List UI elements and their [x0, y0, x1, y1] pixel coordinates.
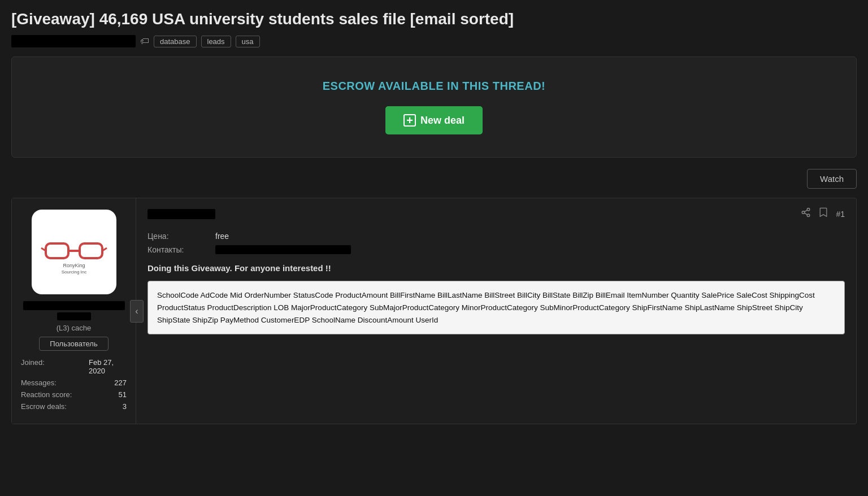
reaction-value: 51 [119, 390, 127, 399]
plus-icon: + [403, 114, 416, 127]
svg-text:RonyKing: RonyKing [63, 263, 85, 268]
new-deal-button[interactable]: + New deal [385, 106, 483, 134]
tags-icon: 🏷 [140, 36, 149, 46]
svg-line-10 [805, 214, 808, 215]
price-label: Цена: [147, 232, 215, 241]
author-username-redacted [11, 35, 136, 47]
avatar: RonyKing Sourcing Inc [32, 210, 116, 294]
tag-database[interactable]: database [154, 36, 197, 47]
post-content: #1 Цена: free Контакты: Doing this Givea… [136, 198, 856, 424]
sidebar-username-redacted [23, 301, 125, 310]
contacts-redacted [215, 245, 351, 254]
svg-point-8 [802, 211, 805, 214]
svg-point-9 [808, 214, 810, 217]
svg-text:Sourcing Inc: Sourcing Inc [61, 269, 86, 275]
escrow-banner: ESCROW AVAILABLE IN THIS THREAD! + New d… [11, 56, 857, 158]
price-row: Цена: free [147, 232, 845, 241]
stat-reaction: Reaction score: 51 [21, 389, 127, 401]
tag-leads[interactable]: leads [201, 36, 231, 47]
data-preview-box: SchoolCode AdCode Mid OrderNumber Status… [147, 281, 845, 334]
escrow-title: ESCROW AVAILABLE IN THIS THREAD! [23, 80, 845, 93]
joined-value: Feb 27, 2020 [89, 358, 127, 375]
watch-row: Watch [11, 169, 857, 189]
user-role-badge: Пользователь [39, 337, 108, 351]
post-fields: Цена: free Контакты: [147, 232, 845, 254]
messages-value: 227 [114, 378, 127, 387]
user-level: (L3) cache [57, 324, 91, 332]
messages-label: Messages: [21, 378, 89, 387]
post-container: ‹ RonyKing Sourcing Inc (L3) cache Пол [11, 198, 857, 424]
user-stats: Joined: Feb 27, 2020 Messages: 227 React… [21, 356, 127, 412]
svg-point-7 [808, 208, 810, 211]
post-body-text: Doing this Giveaway. For anyone interest… [147, 263, 845, 273]
stat-escrow: Escrow deals: 3 [21, 401, 127, 412]
joined-label: Joined: [21, 358, 89, 375]
post-header: #1 [147, 207, 845, 220]
post-username-redacted [147, 209, 215, 219]
escrow-label: Escrow deals: [21, 402, 89, 411]
bookmark-icon[interactable] [819, 207, 828, 220]
sidebar-sub-redacted [57, 312, 91, 320]
share-icon[interactable] [801, 207, 811, 220]
watch-button[interactable]: Watch [807, 169, 857, 189]
post-number: #1 [836, 210, 845, 219]
escrow-value: 3 [123, 402, 127, 411]
svg-line-11 [805, 210, 808, 212]
thread-title: [Giveaway] 46,169 USA university student… [11, 9, 857, 29]
price-value: free [215, 232, 229, 241]
svg-rect-0 [46, 243, 68, 258]
post-actions: #1 [801, 207, 845, 220]
tags-row: 🏷 database leads usa [11, 35, 857, 47]
contacts-row: Контакты: [147, 245, 845, 254]
stat-joined: Joined: Feb 27, 2020 [21, 356, 127, 377]
stat-messages: Messages: 227 [21, 377, 127, 389]
reaction-label: Reaction score: [21, 390, 89, 399]
post-sidebar: ‹ RonyKing Sourcing Inc (L3) cache Пол [12, 198, 136, 424]
contacts-label: Контакты: [147, 245, 215, 254]
tag-usa[interactable]: usa [236, 36, 260, 47]
svg-rect-1 [80, 243, 102, 258]
new-deal-label: New deal [420, 115, 465, 127]
